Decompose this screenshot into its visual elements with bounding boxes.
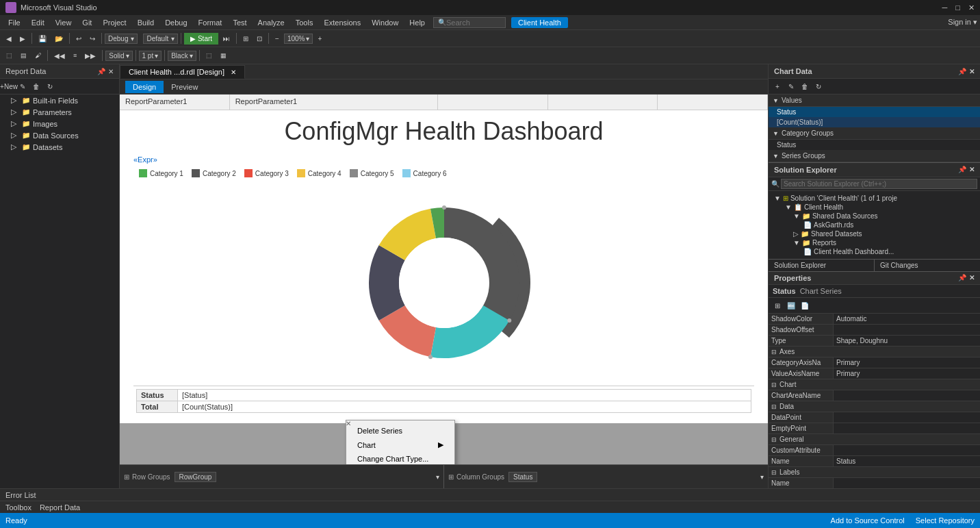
sol-close[interactable]: ✕ — [969, 166, 975, 174]
new-btn[interactable]: + New — [3, 80, 15, 92]
row-groups-dropdown[interactable]: ▾ — [436, 473, 439, 481]
menu-analyze[interactable]: Analyze — [253, 17, 290, 28]
cd-refresh-btn[interactable]: ↻ — [812, 80, 825, 92]
tree-parameters[interactable]: ▷ 📁 Parameters — [0, 106, 119, 118]
tb2-align-center[interactable]: ≡ — [70, 50, 80, 61]
tree-datasets[interactable]: ▷ 📁 Datasets — [0, 141, 119, 153]
tree-builtin-fields[interactable]: ▷ 📁 Built-in Fields — [0, 95, 119, 106]
panel-pin[interactable]: 📌 — [97, 68, 105, 75]
client-health-report[interactable]: 📄 Client Health Dashboard... — [771, 247, 977, 256]
menu-window[interactable]: Window — [366, 17, 404, 28]
border-width-dropdown[interactable]: 1 pt ▾ — [139, 51, 162, 61]
ctx-chart[interactable]: Chart ▶ — [346, 438, 454, 452]
menu-view[interactable]: View — [50, 17, 77, 28]
cd-delete-btn[interactable]: 🗑 — [799, 80, 811, 92]
cd-add-btn[interactable]: + — [771, 80, 784, 92]
menu-file[interactable]: File — [3, 17, 26, 28]
zoom-dropdown[interactable]: 100% ▾ — [284, 34, 313, 44]
count-status-item[interactable]: [Count(Status)] — [769, 117, 980, 127]
tb-open[interactable]: 📂 — [51, 33, 66, 45]
tree-datasources[interactable]: ▷ 📁 Data Sources — [0, 129, 119, 141]
solution-root[interactable]: ▼ ⊞ Solution 'Client Health' (1 of 1 pro… — [771, 194, 977, 203]
tb2-3[interactable]: 🖌 — [31, 50, 44, 61]
tb2-1[interactable]: ⬚ — [3, 50, 16, 61]
cd-edit-btn[interactable]: ✎ — [785, 80, 797, 92]
status-value-item[interactable]: Status — [769, 107, 980, 117]
legend-swatch-6 — [402, 169, 411, 177]
menu-git[interactable]: Git — [77, 17, 97, 28]
shared-datasets-node[interactable]: ▷ 📁 Shared Datasets — [771, 229, 977, 238]
edit-btn[interactable]: ✎ — [16, 80, 29, 92]
git-changes-tab[interactable]: Git Changes — [875, 260, 980, 271]
menu-extensions[interactable]: Extensions — [318, 17, 366, 28]
chart-data-close[interactable]: ✕ — [969, 68, 975, 75]
repository-btn[interactable]: Select Repository — [916, 516, 975, 525]
row-group-item[interactable]: RowGroup — [175, 472, 217, 482]
tb-save[interactable]: 💾 — [35, 33, 50, 45]
menu-help[interactable]: Help — [404, 17, 430, 28]
tb2-align-left[interactable]: ◀◀ — [51, 50, 68, 62]
design-tab-preview[interactable]: Preview — [164, 81, 205, 93]
tb-zoom-out[interactable]: − — [272, 33, 283, 45]
source-control-btn[interactable]: Add to Source Control — [831, 516, 905, 525]
search-input[interactable] — [446, 18, 501, 27]
search-box[interactable]: 🔍 — [433, 17, 506, 28]
sign-in[interactable]: Sign in ▾ — [948, 18, 977, 27]
tb-start[interactable]: ▶ Start — [184, 33, 218, 45]
col-group-item[interactable]: Status — [508, 472, 537, 482]
sol-explorer-tab[interactable]: Solution Explorer — [769, 260, 875, 271]
menu-format[interactable]: Format — [193, 17, 228, 28]
tb2-align-right[interactable]: ▶▶ — [81, 50, 99, 62]
ctx-change-chart-type[interactable]: Change Chart Type... — [346, 452, 454, 464]
border-style-dropdown[interactable]: Solid ▾ — [105, 51, 132, 61]
prop-prop-page[interactable]: 📄 — [799, 299, 811, 312]
askgarth-node[interactable]: 📄 AskGarth.rds — [771, 221, 977, 229]
tb-undo[interactable]: ↩ — [73, 33, 85, 45]
panel-close[interactable]: ✕ — [108, 68, 114, 75]
minimize-btn[interactable]: ─ — [942, 3, 948, 12]
menu-debug[interactable]: Debug — [159, 17, 192, 28]
refresh-btn[interactable]: ↻ — [44, 80, 56, 92]
tb-step[interactable]: ⏭ — [220, 33, 233, 45]
context-menu-close-icon[interactable]: ✕ — [346, 420, 351, 427]
tree-images[interactable]: ▷ 📁 Images — [0, 118, 119, 129]
chart-data-pin[interactable]: 📌 — [958, 68, 966, 75]
tb-fmt2[interactable]: ⊡ — [253, 33, 266, 45]
reports-node[interactable]: ▼ 📁 Reports — [771, 238, 977, 247]
design-tab-design[interactable]: Design — [125, 81, 164, 93]
tb-redo[interactable]: ↪ — [86, 33, 99, 45]
tb-fwd[interactable]: ▶ — [16, 33, 29, 45]
debug-dropdown[interactable]: Debug ▾ — [105, 34, 138, 44]
maximize-btn[interactable]: □ — [955, 3, 960, 12]
prop-close[interactable]: ✕ — [969, 274, 975, 282]
tb2-border1[interactable]: ⬚ — [203, 50, 216, 61]
tb-zoom-in[interactable]: + — [314, 33, 325, 45]
tb2-2[interactable]: ▤ — [17, 50, 30, 61]
col-groups-dropdown[interactable]: ▾ — [760, 473, 764, 481]
platform-dropdown[interactable]: Default ▾ — [143, 34, 178, 44]
project-node[interactable]: ▼ 📋 Client Health — [771, 203, 977, 212]
shared-datasources-node[interactable]: ▼ 📁 Shared Data Sources — [771, 212, 977, 221]
tb2-border2[interactable]: ▦ — [217, 50, 230, 61]
doc-tab-close[interactable]: ✕ — [231, 68, 236, 76]
doc-tab-rdl[interactable]: Client Health ...d.rdl [Design] ✕ — [120, 65, 245, 79]
menu-edit[interactable]: Edit — [26, 17, 50, 28]
category-status-item[interactable]: Status — [769, 140, 980, 150]
tb-back[interactable]: ◀ — [3, 33, 15, 45]
prop-pin[interactable]: 📌 — [958, 274, 966, 282]
tb-fmt[interactable]: ⊞ — [240, 33, 252, 45]
donut-chart-container[interactable]: ✕ Delete Series Chart ▶ Ch — [133, 187, 754, 379]
prop-alpha-btn[interactable]: 🔤 — [785, 299, 797, 312]
menu-tools[interactable]: Tools — [290, 17, 319, 28]
report-body[interactable]: ReportParameter1 ReportParameter1 Config… — [120, 95, 768, 464]
ctx-delete-series[interactable]: Delete Series — [346, 424, 454, 438]
menu-build[interactable]: Build — [132, 17, 159, 28]
border-color-dropdown[interactable]: Black ▾ — [168, 51, 196, 61]
solution-search-input[interactable] — [781, 179, 977, 189]
delete-btn[interactable]: 🗑 — [30, 80, 42, 92]
prop-categ-btn[interactable]: ⊞ — [771, 299, 784, 312]
close-btn[interactable]: ✕ — [968, 3, 975, 12]
menu-test[interactable]: Test — [227, 17, 252, 28]
menu-project[interactable]: Project — [97, 17, 131, 28]
sol-pin[interactable]: 📌 — [958, 166, 966, 174]
